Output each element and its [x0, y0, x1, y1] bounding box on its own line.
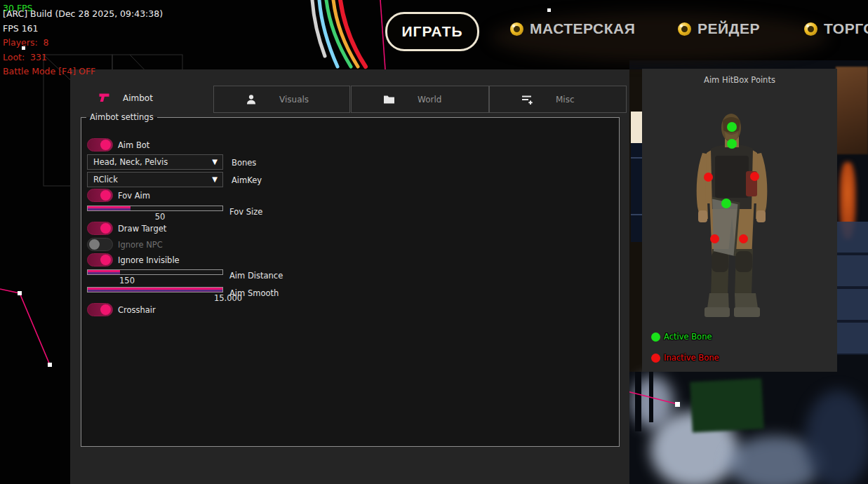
crosshair-label: Crosshair	[118, 305, 156, 315]
menu-item-label: РЕЙДЕР	[697, 20, 760, 37]
menu-item-trade[interactable]: ТОРГО	[804, 20, 868, 37]
menu-item-label: ТОРГО	[824, 20, 868, 37]
bones-label: Bones	[232, 158, 256, 168]
cheat-menu-panel: Aimbot Visuals World	[70, 69, 629, 484]
hitbox-point-neck[interactable]	[727, 139, 737, 149]
draw-target-toggle[interactable]	[87, 222, 113, 235]
group-title: Aimbot settings	[86, 112, 157, 122]
bones-value: Head, Neck, Pelvis	[93, 157, 168, 167]
fov-aim-label: Fov Aim	[118, 191, 150, 201]
ignore-invisible-toggle[interactable]	[87, 253, 113, 267]
aim-distance-label: Aim Distance	[229, 271, 283, 281]
ignore-npc-label: Ignore NPC	[118, 240, 163, 250]
aim-distance-slider[interactable]	[87, 269, 223, 275]
aim-bot-label: Aim Bot	[118, 140, 149, 150]
aimbot-settings-group: Aimbot settings Aim Bot Head, Neck, Pelv…	[81, 112, 620, 447]
tab-visuals[interactable]: Visuals	[213, 86, 350, 113]
aim-smooth-slider[interactable]	[87, 287, 223, 293]
menu-item-workshop[interactable]: МАСТЕРСКАЯ	[510, 20, 635, 37]
menu-item-label: МАСТЕРСКАЯ	[530, 20, 635, 37]
fov-size-value: 50	[139, 212, 181, 222]
ignore-invisible-label: Ignore Invisible	[118, 255, 180, 265]
coin-icon	[510, 22, 523, 36]
tab-label: Misc	[556, 95, 575, 105]
draw-target-label: Draw Target	[118, 224, 166, 234]
inactive-bone-dot	[651, 354, 660, 363]
hitbox-point-left-arm[interactable]	[704, 173, 713, 182]
tab-label: Visuals	[279, 95, 309, 105]
players-count: Players: 8	[3, 36, 163, 51]
tab-misc[interactable]: Misc	[489, 86, 627, 113]
bones-dropdown[interactable]: Head, Neck, Pelvis ▼	[87, 154, 223, 170]
aimkey-label: AimKey	[232, 175, 262, 185]
active-bone-label: Active Bone	[664, 332, 712, 342]
tab-label: Aimbot	[123, 93, 153, 103]
loot-count: Loot: 331	[3, 51, 163, 65]
battle-mode-status: Battle Mode [F4] OFF	[3, 65, 163, 79]
tab-label: World	[418, 95, 441, 105]
ignore-npc-toggle[interactable]	[87, 238, 113, 251]
fov-size-label: Fov Size	[229, 207, 262, 217]
pistol-icon	[98, 93, 110, 103]
tab-world[interactable]: World	[351, 86, 489, 113]
hitbox-point-head[interactable]	[727, 122, 737, 132]
debug-hud: 30 FPS [ARC] Build (Dec 28 2025, 09:43:3…	[3, 1, 163, 79]
play-button[interactable]: ИГРАТЬ	[385, 12, 479, 51]
active-bone-dot	[651, 332, 660, 342]
aimkey-value: RClick	[93, 175, 118, 184]
chevron-down-icon: ▼	[212, 158, 218, 166]
aim-smooth-label: Aim Smooth	[229, 288, 279, 298]
folder-icon	[383, 94, 395, 105]
hitbox-panel: Aim HitBox Points	[642, 69, 837, 372]
crosshair-toggle[interactable]	[87, 303, 113, 316]
hitbox-point-right-leg[interactable]	[739, 234, 748, 243]
sliders-icon	[521, 94, 533, 105]
aim-bot-toggle[interactable]	[87, 138, 113, 152]
chevron-down-icon: ▼	[212, 175, 218, 183]
screen: 30 FPS [ARC] Build (Dec 28 2025, 09:43:3…	[0, 0, 868, 484]
menu-item-raider[interactable]: РЕЙДЕР	[678, 20, 760, 37]
aim-distance-value: 150	[106, 276, 148, 285]
hitbox-panel-title: Aim HitBox Points	[642, 75, 837, 85]
fps-overlay-text: 30 FPS	[3, 1, 33, 16]
hitbox-point-right-arm[interactable]	[750, 172, 759, 181]
coin-icon	[678, 22, 691, 36]
hitbox-point-left-leg[interactable]	[710, 234, 719, 243]
aimkey-dropdown[interactable]: RClick ▼	[87, 172, 223, 187]
hitbox-point-pelvis[interactable]	[721, 199, 731, 208]
inactive-bone-label: Inactive Bone	[664, 353, 719, 363]
fov-size-slider[interactable]	[87, 206, 223, 211]
fov-aim-toggle[interactable]	[87, 189, 113, 202]
person-icon	[246, 94, 257, 105]
coin-icon	[804, 22, 817, 36]
fps-text: FPS 161	[3, 22, 163, 36]
tab-aimbot[interactable]: Aimbot	[98, 93, 153, 103]
